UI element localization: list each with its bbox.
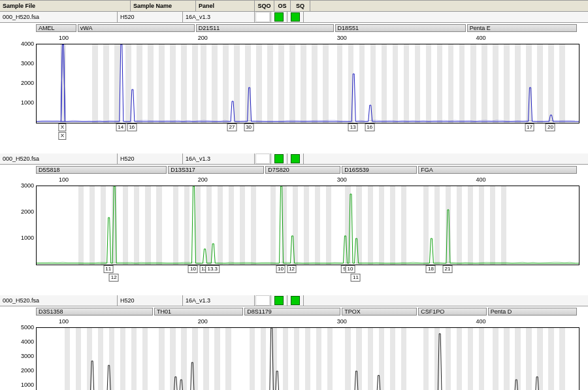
marker-label[interactable]: D5S818 (36, 166, 167, 174)
allele-call[interactable]: 16 (127, 123, 137, 131)
trace-line (37, 186, 579, 265)
electropherogram-panel: 000_H520.fsaH52016A_v1.3D5S818D13S317D7S… (0, 154, 588, 290)
sq-status (287, 12, 304, 22)
plot-area[interactable] (36, 186, 580, 265)
marker-label[interactable]: D8S1179 (244, 308, 340, 316)
y-tick-mark (36, 238, 37, 239)
marker-label[interactable]: D7S820 (265, 166, 340, 174)
y-tick-mark (36, 357, 37, 357)
sample-file-value: 000_H520.fsa (0, 12, 118, 22)
y-tick-label: 2000 (21, 80, 34, 86)
y-tick-label: 5000 (21, 324, 34, 331)
x-tick-label: 200 (198, 35, 208, 41)
allele-call[interactable]: X (59, 123, 66, 131)
marker-label[interactable]: TPOX (342, 308, 417, 316)
x-tick-label: 100 (59, 176, 69, 183)
os-status (271, 295, 287, 306)
x-tick-label: 100 (59, 318, 69, 325)
sample-file-value: 000_H520.fsa (0, 154, 118, 164)
allele-call[interactable]: 17 (525, 123, 534, 131)
marker-label[interactable]: D21S11 (196, 24, 334, 32)
allele-call[interactable]: 11 (351, 274, 361, 282)
y-tick-mark (36, 328, 37, 329)
status-green-icon (274, 12, 284, 22)
status-green-icon (274, 154, 284, 163)
marker-label[interactable]: CSF1PO (418, 308, 486, 316)
allele-call[interactable]: 10 (276, 265, 286, 273)
x-tick-label: 200 (198, 176, 208, 183)
y-tick-label: 2000 (21, 367, 34, 374)
marker-label[interactable]: D3S1358 (36, 308, 153, 316)
panel-value: 16A_v1.3 (183, 154, 255, 164)
y-tick-mark (36, 44, 37, 45)
marker-label[interactable]: vWA (78, 24, 195, 32)
x-tick-label: 200 (198, 318, 208, 325)
allele-call[interactable]: 13 (348, 123, 358, 131)
os-status (271, 154, 287, 164)
col-os[interactable]: OS (274, 1, 291, 11)
marker-label[interactable]: D18S51 (335, 24, 466, 32)
allele-call[interactable]: 13.3 (205, 265, 220, 273)
marker-row: D3S1358TH01D8S1179TPOXCSF1POPenta D (36, 308, 578, 317)
allele-call[interactable]: 10 (346, 265, 355, 273)
marker-label[interactable]: Penta D (488, 308, 577, 316)
col-sample-name[interactable]: Sample Name (131, 1, 196, 11)
marker-label[interactable]: D13S317 (168, 166, 264, 174)
sample-name-value: H520 (118, 154, 183, 164)
allele-call[interactable]: X (59, 132, 66, 140)
trace-line (37, 328, 579, 390)
allele-call[interactable]: 30 (244, 123, 253, 131)
y-tick-mark (36, 64, 37, 65)
marker-label[interactable]: D16S539 (342, 166, 417, 174)
plot-wrap: 1002003004001000200030001112101213.31012… (36, 186, 578, 290)
y-tick-label: 2000 (21, 208, 34, 215)
allele-call[interactable]: 12 (109, 274, 119, 282)
electropherogram-panel: 000_H520.fsaH52016A_v1.3AMELvWAD21S11D18… (0, 12, 588, 148)
col-sqo[interactable]: SQO (255, 1, 274, 11)
y-tick-mark (36, 371, 37, 372)
plot-area[interactable] (36, 44, 580, 123)
plot-wrap: 1002003004001000200030004000500015186791… (36, 327, 578, 390)
x-tick-label: 400 (476, 318, 486, 325)
marker-label[interactable]: AMEL (36, 24, 76, 32)
x-tick-label: 300 (337, 35, 347, 41)
y-tick-label: 4000 (21, 41, 34, 47)
sqo-status (255, 12, 271, 22)
y-axis-labels: 100020003000 (13, 186, 34, 264)
y-tick-label: 1000 (21, 235, 34, 241)
y-tick-mark (36, 84, 37, 84)
marker-label[interactable]: FGA (418, 166, 577, 174)
sample-info-row: 000_H520.fsaH52016A_v1.3 (0, 295, 588, 306)
x-tick-label: 400 (476, 35, 486, 41)
y-tick-mark (36, 186, 37, 187)
marker-label[interactable]: Penta E (467, 24, 577, 32)
col-sample-file[interactable]: Sample File (0, 1, 131, 11)
allele-call[interactable]: 21 (442, 265, 452, 273)
x-tick-label: 100 (59, 35, 69, 41)
col-panel[interactable]: Panel (196, 1, 255, 11)
marker-row: AMELvWAD21S11D18S51Penta E (36, 24, 578, 33)
y-tick-mark (36, 342, 37, 343)
sample-info-row: 000_H520.fsaH52016A_v1.3 (0, 12, 588, 23)
allele-call[interactable]: 10 (188, 265, 198, 273)
allele-call[interactable]: 16 (365, 123, 374, 131)
allele-call[interactable]: 20 (546, 123, 555, 131)
sample-name-value: H520 (118, 12, 183, 22)
sq-status (287, 154, 304, 164)
y-tick-mark (36, 103, 37, 104)
y-tick-label: 3000 (21, 60, 34, 67)
allele-call[interactable]: 12 (287, 265, 297, 273)
allele-call[interactable]: 14 (116, 123, 125, 131)
plot-area[interactable] (36, 327, 580, 390)
col-sq[interactable]: SQ (291, 1, 310, 11)
sample-file-value: 000_H520.fsa (0, 295, 118, 306)
allele-call[interactable]: 27 (227, 123, 237, 131)
sample-info-row: 000_H520.fsaH52016A_v1.3 (0, 154, 588, 165)
y-axis-labels: 10002000300040005000 (13, 327, 34, 390)
trace-line (37, 44, 579, 123)
marker-label[interactable]: TH01 (154, 308, 243, 316)
os-status (271, 12, 287, 22)
electropherogram-panel: 000_H520.fsaH52016A_v1.3D3S1358TH01D8S11… (0, 295, 588, 390)
allele-call[interactable]: 18 (426, 265, 436, 273)
allele-call[interactable]: 11 (103, 265, 113, 273)
